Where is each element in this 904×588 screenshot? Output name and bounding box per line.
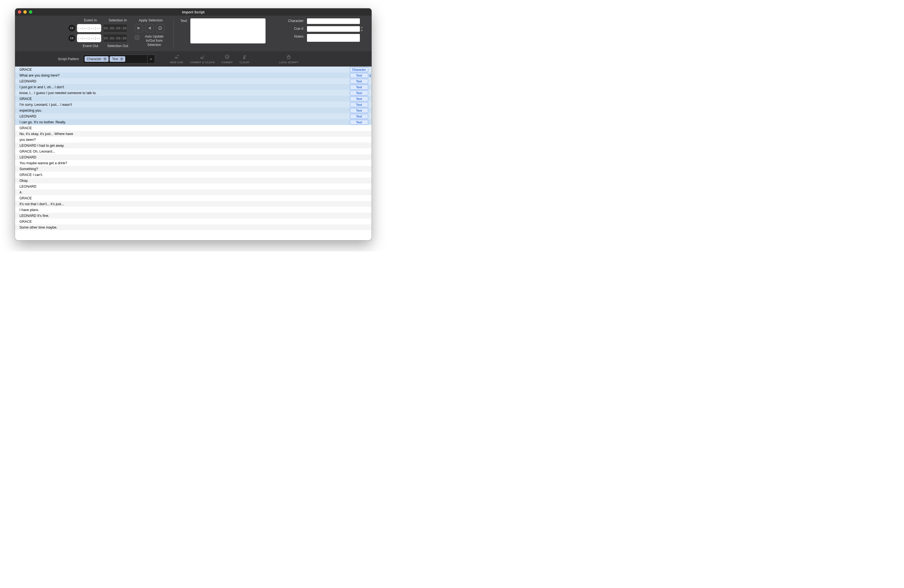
- minimize-window-button[interactable]: [24, 10, 27, 14]
- character-field[interactable]: [307, 18, 360, 24]
- script-row[interactable]: LEONARD: [15, 154, 371, 160]
- script-row[interactable]: What are you doing here?Text: [15, 73, 371, 78]
- apply-selection-group: Apply Selection Auto Update In/Out from …: [135, 18, 167, 47]
- stamp-out-button[interactable]: [68, 35, 75, 41]
- lock-script-button[interactable]: LOCK SCRIPT: [279, 54, 299, 64]
- script-row[interactable]: GRACECharacter: [15, 66, 371, 73]
- remove-tag-icon[interactable]: ✕: [103, 57, 107, 61]
- script-line-text: GRACE: [19, 68, 350, 71]
- line-type-badge[interactable]: Text: [350, 108, 368, 113]
- window-title: Import Script: [15, 10, 371, 14]
- zoom-window-button[interactable]: [29, 10, 32, 14]
- script-row[interactable]: Okay.: [15, 178, 371, 183]
- script-row[interactable]: You maybe wanna get a drink?: [15, 160, 371, 166]
- script-line-text: know, I... I guess I just needed someone…: [19, 91, 350, 95]
- pattern-tag-character[interactable]: Character ✕: [85, 56, 109, 62]
- new-cue-button[interactable]: NEW CUE: [170, 54, 183, 64]
- notes-field[interactable]: [307, 34, 360, 42]
- script-row[interactable]: GRACE I can't.: [15, 172, 371, 178]
- stepper-up-icon[interactable]: ▲: [360, 26, 363, 29]
- text-field-group: Text:: [180, 18, 266, 43]
- commit-button[interactable]: COMMIT: [221, 54, 233, 64]
- line-type-badge[interactable]: Text: [350, 114, 368, 119]
- text-label: Text:: [180, 18, 188, 43]
- script-row[interactable]: expecting you.Text: [15, 107, 371, 113]
- script-line-text: GRACE: [19, 220, 369, 224]
- line-type-badge[interactable]: Character: [350, 67, 368, 72]
- cue-text-field[interactable]: [190, 18, 266, 43]
- apply-both-button[interactable]: [156, 24, 164, 32]
- script-line-text: LEONARD: [19, 185, 369, 188]
- script-row[interactable]: LEONARD I had to get away.: [15, 142, 371, 149]
- line-type-badge[interactable]: Text: [350, 85, 368, 90]
- script-pattern-label: Script Pattern: [58, 57, 79, 61]
- cue-fields-panel: Event In Selection In --:--:--:-- 00:00:…: [15, 16, 371, 51]
- scrollbar-thumb[interactable]: [369, 74, 371, 77]
- script-list: GRACECharacterWhat are you doing here?Te…: [15, 66, 371, 240]
- apply-in-button[interactable]: [135, 24, 143, 32]
- script-row[interactable]: I have plans.: [15, 207, 371, 213]
- line-type-badge[interactable]: Text: [350, 73, 368, 78]
- script-row[interactable]: GRACEText: [15, 96, 371, 102]
- script-line-text: GRACE: [19, 126, 369, 130]
- script-row[interactable]: No, it's okay, it's just... Where have: [15, 131, 371, 137]
- script-row[interactable]: I can go. It's no bother. Really.Text: [15, 119, 371, 125]
- metadata-fields: Character: Cue #: ▲ ▼ Notes:: [288, 18, 360, 42]
- auto-update-label: Auto Update In/Out from Selection: [142, 35, 167, 47]
- auto-update-checkbox[interactable]: [135, 35, 139, 40]
- script-pattern-field[interactable]: Character ✕ Text ✕: [83, 55, 147, 63]
- script-row[interactable]: I just got in and I, uh... I don'tText: [15, 84, 371, 90]
- script-line-text: You maybe wanna get a drink?: [19, 161, 369, 165]
- stepper-down-icon[interactable]: ▼: [360, 29, 363, 32]
- pattern-tag-text[interactable]: Text ✕: [110, 56, 125, 62]
- script-line-text: LEONARD It's fine.: [19, 214, 369, 218]
- script-line-text: What are you doing here?: [19, 74, 350, 77]
- selection-out-field: 00:00:00:00: [103, 34, 128, 42]
- action-label: NEW CUE: [170, 61, 183, 64]
- script-scroll[interactable]: GRACECharacterWhat are you doing here?Te…: [15, 66, 371, 240]
- cue-number-field[interactable]: ▲ ▼: [307, 26, 360, 32]
- script-row[interactable]: It's not that I don't... it's just...: [15, 201, 371, 207]
- script-row[interactable]: Something?: [15, 166, 371, 172]
- action-label: CLEAR: [239, 61, 249, 64]
- script-row[interactable]: GRACE: [15, 195, 371, 201]
- selection-out-label: Selection Out: [106, 44, 130, 48]
- remove-tag-icon[interactable]: ✕: [120, 57, 123, 61]
- svg-point-0: [225, 55, 229, 58]
- line-type-badge[interactable]: Text: [350, 102, 368, 107]
- script-line-text: LEONARD: [19, 79, 350, 83]
- script-line-text: I can go. It's no bother. Really.: [19, 120, 350, 124]
- line-type-badge[interactable]: Text: [350, 96, 368, 101]
- event-in-label: Event In: [79, 18, 103, 22]
- apply-out-button[interactable]: [145, 24, 153, 32]
- script-row[interactable]: GRACE Oh, Leonard...: [15, 149, 371, 154]
- script-row[interactable]: LEONARD: [15, 183, 371, 189]
- add-pattern-button[interactable]: ＋: [147, 55, 155, 63]
- script-row[interactable]: Some other time maybe.: [15, 224, 371, 230]
- stamp-in-button[interactable]: [68, 25, 75, 32]
- script-row[interactable]: you been?: [15, 137, 371, 142]
- action-label: LOCK SCRIPT: [279, 61, 299, 64]
- script-line-text: I'm sorry, Leonard, I just... I wasn't: [19, 103, 350, 107]
- script-row[interactable]: know, I... I guess I just needed someone…: [15, 90, 371, 96]
- script-row[interactable]: 4.: [15, 189, 371, 195]
- script-line-text: I just got in and I, uh... I don't: [19, 85, 350, 89]
- script-line-text: LEONARD: [19, 155, 369, 159]
- script-row[interactable]: LEONARD It's fine.: [15, 213, 371, 218]
- event-in-field[interactable]: --:--:--:--: [77, 24, 101, 32]
- script-row[interactable]: I'm sorry, Leonard, I just... I wasn'tTe…: [15, 102, 371, 107]
- script-row[interactable]: LEONARDText: [15, 78, 371, 84]
- script-line-text: you been?: [19, 138, 369, 142]
- script-row[interactable]: GRACE: [15, 125, 371, 131]
- line-type-badge[interactable]: Text: [350, 120, 368, 125]
- event-out-field[interactable]: --:--:--:--: [77, 34, 101, 42]
- clear-button[interactable]: CLEAR: [239, 54, 249, 64]
- line-type-badge[interactable]: Text: [350, 79, 368, 84]
- script-row[interactable]: GRACE: [15, 218, 371, 224]
- action-label: COMMIT & CLEAR: [190, 61, 215, 64]
- script-row[interactable]: LEONARDText: [15, 113, 371, 119]
- close-window-button[interactable]: [18, 10, 21, 14]
- commit-and-clear-button[interactable]: COMMIT & CLEAR: [190, 54, 215, 64]
- line-type-badge[interactable]: Text: [350, 90, 368, 95]
- cue-number-stepper[interactable]: ▲ ▼: [360, 26, 363, 32]
